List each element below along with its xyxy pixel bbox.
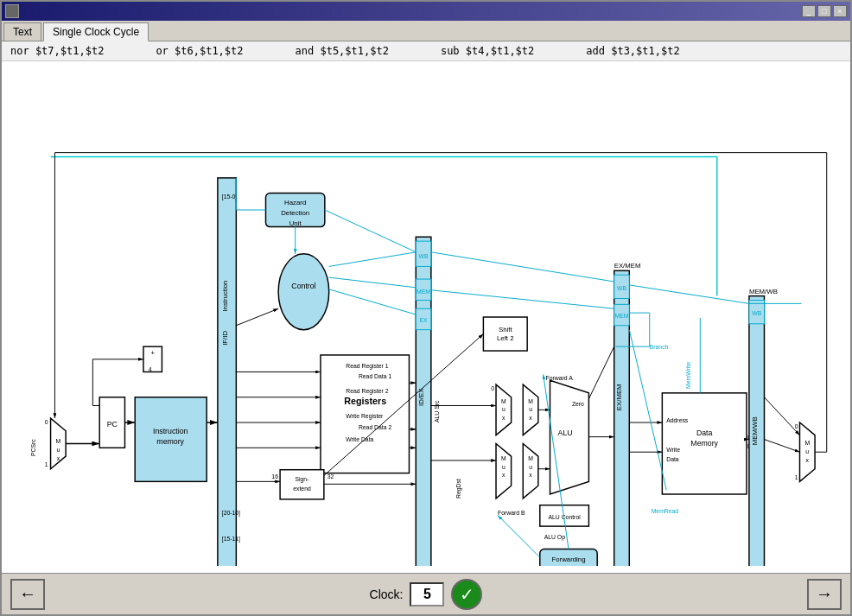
sign-extend-label: Sign- xyxy=(296,476,309,483)
svg-text:IF/ID: IF/ID xyxy=(221,331,229,346)
svg-text:u: u xyxy=(529,464,532,470)
clock-value-display: 5 xyxy=(410,582,444,606)
instruction-4: sub $t4,$t1,$t2 xyxy=(441,45,534,57)
svg-text:EX/MEM: EX/MEM xyxy=(614,262,641,270)
svg-text:M: M xyxy=(528,398,533,404)
confirm-button[interactable]: ✓ xyxy=(451,579,482,610)
svg-text:16: 16 xyxy=(271,473,278,479)
svg-text:WB: WB xyxy=(419,253,429,259)
svg-text:M: M xyxy=(804,440,810,446)
tab-text[interactable]: Text xyxy=(3,22,41,41)
svg-text:WB: WB xyxy=(752,310,761,316)
svg-text:RegDst: RegDst xyxy=(455,479,462,499)
back-arrow-icon: ← xyxy=(19,584,36,604)
svg-line-121 xyxy=(329,277,416,288)
tab-bar: Text Single Clock Cycle xyxy=(2,21,850,41)
svg-line-135 xyxy=(498,515,540,557)
pipeline-diagram: PC + 4 Instruction memory M u x 0 1 PCSr… xyxy=(9,68,843,566)
svg-text:ID/EX: ID/EX xyxy=(417,388,425,406)
svg-text:M: M xyxy=(55,438,60,444)
svg-text:ALU Op: ALU Op xyxy=(544,534,565,541)
svg-text:Read Register 1: Read Register 1 xyxy=(346,363,389,370)
svg-text:M: M xyxy=(528,455,533,461)
svg-text:4: 4 xyxy=(149,366,152,372)
svg-text:+: + xyxy=(150,349,155,357)
svg-text:Write Data: Write Data xyxy=(346,436,373,442)
svg-text:0: 0 xyxy=(491,385,494,391)
svg-text:Read Data 1: Read Data 1 xyxy=(359,373,392,379)
title-bar: _ □ × xyxy=(2,2,850,21)
svg-line-152 xyxy=(325,210,416,252)
maximize-button[interactable]: □ xyxy=(817,5,831,17)
pc-label: PC xyxy=(107,420,118,429)
forward-button[interactable]: → xyxy=(807,579,842,610)
svg-text:MEM: MEM xyxy=(416,289,430,295)
svg-line-120 xyxy=(329,252,416,267)
svg-line-146 xyxy=(431,252,614,282)
close-button[interactable]: × xyxy=(833,5,847,17)
instruction-2: or $t6,$t1,$t2 xyxy=(156,45,243,57)
svg-text:EX/MEM: EX/MEM xyxy=(615,384,623,410)
alu-label: ALU xyxy=(558,429,573,437)
svg-line-122 xyxy=(329,289,416,314)
svg-text:MemWrite: MemWrite xyxy=(685,362,691,389)
svg-text:M: M xyxy=(501,398,506,404)
svg-text:Zero: Zero xyxy=(572,401,584,407)
svg-text:Write: Write xyxy=(666,447,680,453)
svg-text:Forward A: Forward A xyxy=(546,375,574,381)
svg-text:memory: memory xyxy=(156,437,184,446)
svg-text:u: u xyxy=(502,406,505,412)
svg-text:Instruction: Instruction xyxy=(221,281,229,312)
svg-text:[15-0]: [15-0] xyxy=(222,194,238,200)
svg-text:Read Data 2: Read Data 2 xyxy=(359,424,392,430)
svg-text:MEM/WB: MEM/WB xyxy=(749,288,778,295)
svg-text:x: x xyxy=(57,455,60,461)
svg-rect-17 xyxy=(218,178,236,566)
diagram-area: PC + 4 Instruction memory M u x 0 1 PCSr… xyxy=(2,61,850,573)
svg-text:EX: EX xyxy=(420,317,429,323)
svg-text:MEM/WB: MEM/WB xyxy=(751,416,759,445)
svg-line-128 xyxy=(588,346,614,399)
svg-text:Detection: Detection xyxy=(281,209,309,217)
svg-text:WB: WB xyxy=(617,285,626,291)
svg-text:[15-11]: [15-11] xyxy=(222,536,240,543)
hazard-label: Hazard xyxy=(284,199,306,206)
svg-text:M: M xyxy=(501,455,506,461)
svg-text:extend: extend xyxy=(293,486,311,492)
svg-text:u: u xyxy=(805,448,809,454)
svg-text:x: x xyxy=(502,472,505,478)
forwarding-label: Forwarding xyxy=(551,556,585,563)
svg-text:Unit: Unit xyxy=(289,219,302,227)
data-mem-label: Data xyxy=(696,429,713,437)
svg-text:x: x xyxy=(529,472,532,478)
svg-text:u: u xyxy=(56,447,60,453)
minimize-button[interactable]: _ xyxy=(802,5,816,17)
instruction-1: nor $t7,$t1,$t2 xyxy=(10,45,104,57)
svg-text:0: 0 xyxy=(795,423,798,429)
svg-text:Write Register: Write Register xyxy=(346,413,384,420)
svg-text:ALU Src: ALU Src xyxy=(434,400,440,422)
shift-left2-label: Shift xyxy=(499,326,512,333)
clock-label: Clock: xyxy=(370,587,404,601)
svg-text:Branch: Branch xyxy=(650,344,669,350)
svg-text:u: u xyxy=(529,406,532,412)
back-button[interactable]: ← xyxy=(10,579,45,610)
control-label: Control xyxy=(291,282,315,290)
svg-text:Left 2: Left 2 xyxy=(497,334,514,342)
svg-text:MemRead: MemRead xyxy=(652,508,679,514)
svg-text:x: x xyxy=(529,415,532,421)
svg-line-144 xyxy=(629,330,666,490)
svg-text:u: u xyxy=(502,464,505,470)
svg-marker-66 xyxy=(550,380,589,494)
tab-single-clock[interactable]: Single Clock Cycle xyxy=(43,22,149,41)
instructions-bar: nor $t7,$t1,$t2 or $t6,$t1,$t2 and $t5,$… xyxy=(2,41,850,61)
svg-text:32: 32 xyxy=(327,473,334,479)
instruction-3: and $t5,$t1,$t2 xyxy=(296,45,389,57)
checkmark-icon: ✓ xyxy=(460,584,474,605)
instruction-5: add $t3,$t1,$t2 xyxy=(586,45,679,57)
app-icon xyxy=(5,4,19,18)
svg-line-134 xyxy=(764,397,799,435)
svg-text:Address: Address xyxy=(666,417,689,423)
svg-text:0: 0 xyxy=(45,419,48,425)
svg-marker-53 xyxy=(496,443,512,498)
